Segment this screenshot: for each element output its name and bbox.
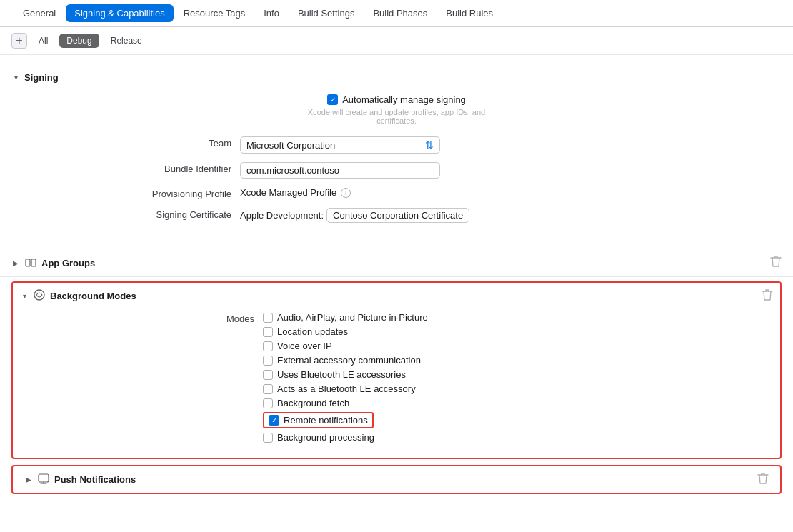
- tab-build-rules[interactable]: Build Rules: [437, 4, 502, 22]
- mode-label-voip: Voice over IP: [277, 341, 332, 351]
- mode-item-location: Location updates: [263, 326, 773, 337]
- background-modes-delete-button[interactable]: [762, 288, 773, 303]
- main-content: ▾ Signing ✓ Automatically manage signing…: [0, 55, 793, 532]
- signing-cert-value: Apple Development: Contoso Corporation C…: [240, 208, 782, 223]
- mode-item-accessory: External accessory communication: [263, 355, 773, 366]
- push-notif-chevron-icon: ▶: [24, 476, 33, 483]
- add-capability-button[interactable]: +: [11, 33, 27, 49]
- push-notifications-title: Push Notifications: [54, 474, 136, 485]
- mode-checkbox-remote[interactable]: ✓: [269, 415, 279, 426]
- tab-bar: General Signing & Capabilities Resource …: [0, 0, 793, 27]
- tab-resource-tags[interactable]: Resource Tags: [175, 4, 254, 22]
- mode-checkbox-bluetooth-le[interactable]: [263, 370, 273, 380]
- provisioning-label: Provisioning Profile: [11, 187, 240, 199]
- modes-row: Modes Audio, AirPlay, and Picture in Pic…: [20, 312, 773, 446]
- mode-checkbox-fetch[interactable]: [263, 398, 273, 408]
- team-value: Microsoft Corporation ⇅: [240, 136, 782, 154]
- push-notifications-section: ▶ Push Notifications: [11, 465, 782, 494]
- cert-box: Apple Development: Contoso Corporation C…: [240, 208, 782, 223]
- mode-label-processing: Background processing: [277, 432, 374, 443]
- tab-info[interactable]: Info: [255, 4, 288, 22]
- signing-section: ▾ Signing ✓ Automatically manage signing…: [0, 66, 793, 249]
- background-modes-title: Background Modes: [50, 291, 136, 301]
- mode-item-processing: Background processing: [263, 432, 773, 443]
- mode-label-bluetooth-accessory: Acts as a Bluetooth LE accessory: [277, 383, 416, 394]
- background-modes-left[interactable]: ▾ Background Modes: [20, 288, 136, 303]
- info-icon-letter: i: [345, 189, 346, 196]
- modes-content: Modes Audio, AirPlay, and Picture in Pic…: [20, 303, 773, 446]
- modes-list: Audio, AirPlay, and Picture in Picture L…: [263, 312, 773, 446]
- app-groups-icon: [24, 256, 37, 269]
- tab-signing[interactable]: Signing & Capabilities: [66, 4, 173, 22]
- mode-checkbox-voip[interactable]: [263, 341, 273, 351]
- push-notifications-icon: [37, 472, 50, 487]
- mode-label-location: Location updates: [277, 326, 348, 337]
- mode-item-bluetooth-le: Uses Bluetooth LE accessories: [263, 369, 773, 380]
- app-groups-title: App Groups: [41, 258, 95, 268]
- provisioning-profile-text: Xcode Managed Profile: [240, 187, 336, 198]
- svg-point-2: [34, 290, 44, 300]
- auto-sign-subtitle: Xcode will create and update profiles, a…: [308, 108, 485, 125]
- config-all-button[interactable]: All: [31, 34, 55, 48]
- mode-checkbox-processing[interactable]: [263, 433, 273, 443]
- bundle-input[interactable]: [240, 162, 440, 179]
- auto-sign-label: Automatically manage signing: [342, 94, 466, 105]
- team-select-arrow-icon: ⇅: [425, 139, 434, 151]
- signing-chevron-icon: ▾: [11, 74, 20, 81]
- mode-item-bluetooth-accessory: Acts as a Bluetooth LE accessory: [263, 383, 773, 394]
- plus-icon: +: [16, 34, 22, 47]
- mode-item-audio: Audio, AirPlay, and Picture in Picture: [263, 312, 773, 323]
- background-modes-section: ▾ Background Modes: [13, 283, 780, 458]
- bundle-value: [240, 162, 782, 179]
- mode-label-remote: Remote notifications: [284, 415, 368, 426]
- svg-rect-0: [26, 259, 30, 266]
- mode-label-fetch: Background fetch: [277, 398, 349, 408]
- mode-checkbox-location[interactable]: [263, 327, 273, 337]
- provisioning-value: Xcode Managed Profile i: [240, 187, 782, 198]
- mode-label-audio: Audio, AirPlay, and Picture in Picture: [277, 312, 428, 323]
- config-bar: + All Debug Release: [0, 27, 793, 55]
- svg-rect-1: [31, 259, 36, 266]
- config-release-button[interactable]: Release: [104, 34, 149, 48]
- background-modes-header: ▾ Background Modes: [20, 288, 773, 303]
- mode-label-bluetooth-le: Uses Bluetooth LE accessories: [277, 369, 406, 380]
- team-row: Team Microsoft Corporation ⇅: [11, 136, 782, 154]
- mode-checkbox-accessory[interactable]: [263, 356, 273, 366]
- mode-checkbox-audio[interactable]: [263, 313, 273, 323]
- signing-section-title: Signing: [24, 72, 59, 83]
- mode-item-remote-outlined: ✓ Remote notifications: [263, 412, 374, 428]
- mode-item-remote-wrapper: ✓ Remote notifications: [263, 412, 773, 428]
- auto-sign-checkbox[interactable]: ✓: [327, 94, 338, 105]
- background-modes-section-wrapper: ▾ Background Modes: [11, 281, 782, 459]
- signing-cert-label: Signing Certificate: [11, 208, 240, 220]
- tab-build-phases[interactable]: Build Phases: [364, 4, 436, 22]
- auto-sign-inner: ✓ Automatically manage signing: [327, 94, 466, 105]
- app-groups-section: ▶ App Groups: [0, 249, 793, 277]
- background-modes-chevron-icon: ▾: [20, 292, 29, 300]
- app-groups-delete-button[interactable]: [770, 255, 782, 271]
- tab-general[interactable]: General: [14, 4, 64, 22]
- mode-checkbox-bluetooth-accessory[interactable]: [263, 384, 273, 394]
- app-groups-left[interactable]: ▶ App Groups: [11, 256, 95, 269]
- team-select[interactable]: Microsoft Corporation ⇅: [240, 136, 440, 154]
- cert-value: Contoso Corporation Certificate: [326, 208, 469, 223]
- team-select-value: Microsoft Corporation: [246, 140, 335, 151]
- tab-build-settings[interactable]: Build Settings: [289, 4, 364, 22]
- mode-item-voip: Voice over IP: [263, 341, 773, 351]
- checkmark-icon: ✓: [330, 96, 336, 104]
- signing-section-header[interactable]: ▾ Signing: [11, 72, 782, 83]
- app-groups-header: ▶ App Groups: [11, 255, 782, 271]
- mode-item-fetch: Background fetch: [263, 398, 773, 408]
- info-icon[interactable]: i: [341, 188, 351, 198]
- cert-prefix: Apple Development:: [240, 210, 324, 221]
- provisioning-row: Provisioning Profile Xcode Managed Profi…: [11, 187, 782, 199]
- remote-checkmark-icon: ✓: [271, 416, 277, 424]
- signing-cert-row: Signing Certificate Apple Development: C…: [11, 208, 782, 223]
- config-debug-button[interactable]: Debug: [59, 34, 99, 48]
- bundle-label: Bundle Identifier: [11, 162, 240, 174]
- profile-row: Xcode Managed Profile i: [240, 187, 782, 198]
- signing-content: ✓ Automatically manage signing Xcode wil…: [11, 83, 782, 237]
- app-groups-chevron-icon: ▶: [11, 259, 20, 267]
- background-modes-icon: [33, 288, 46, 303]
- push-notifications-delete-button[interactable]: [757, 472, 769, 487]
